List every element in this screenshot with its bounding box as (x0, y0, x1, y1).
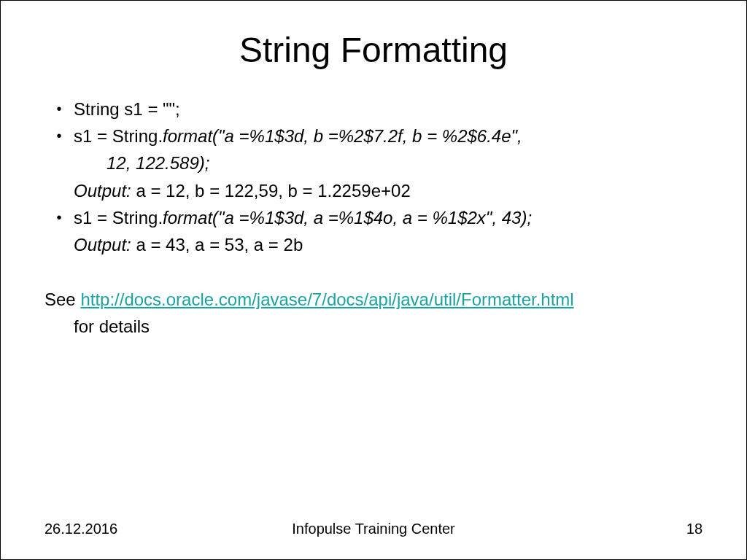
bullet-text: String s1 = ""; (74, 96, 703, 122)
footer-center: Infopulse Training Center (264, 521, 484, 537)
bullet-marker: • (44, 204, 74, 229)
footer-page-number: 18 (483, 521, 703, 537)
slide-title: String Formatting (44, 30, 703, 70)
bullet-item-3: • s1 = String.format("a =%1$3d, a =%1$4o… (44, 204, 703, 231)
code-text: s1 = String. (74, 126, 163, 146)
bullet-item-2: • s1 = String.format("a =%1$3d, b =%2$7.… (44, 122, 703, 149)
output-label: Output: (74, 181, 131, 201)
code-italic: format("a =%1$3d, a =%1$4o, a = %1$2x", … (163, 208, 532, 228)
bullet-marker: • (44, 122, 74, 147)
see-reference: See http://docs.oracle.com/javase/7/docs… (44, 286, 703, 340)
output-line-2: Output: a = 43, a = 53, a = 2b (44, 231, 703, 258)
output-value: a = 43, a = 53, a = 2b (131, 235, 303, 254)
slide: String Formatting • String s1 = ""; • s1… (1, 1, 746, 559)
bullet-item-1: • String s1 = ""; (44, 96, 703, 122)
bullet-marker: • (44, 96, 74, 120)
code-italic: format("a =%1$3d, b =%2$7.2f, b = %2$6.4… (163, 126, 522, 146)
bullet-text: s1 = String.format("a =%1$3d, b =%2$7.2f… (74, 122, 703, 149)
footer-date: 26.12.2016 (44, 521, 264, 537)
docs-link[interactable]: http://docs.oracle.com/javase/7/docs/api… (80, 289, 573, 309)
slide-content: • String s1 = ""; • s1 = String.format("… (44, 96, 703, 521)
see-prefix: See (44, 289, 80, 309)
output-line-1: Output: a = 12, b = 122,59, b = 1.2259e+… (44, 177, 703, 204)
output-value: a = 12, b = 122,59, b = 1.2259e+02 (131, 181, 411, 201)
bullet-text: s1 = String.format("a =%1$3d, a =%1$4o, … (74, 204, 703, 231)
output-label: Output: (74, 235, 131, 254)
slide-footer: 26.12.2016 Infopulse Training Center 18 (44, 521, 703, 545)
bullet-continuation: 12, 122.589); (44, 149, 703, 176)
see-suffix: for details (44, 313, 703, 340)
code-text: s1 = String. (74, 208, 163, 228)
